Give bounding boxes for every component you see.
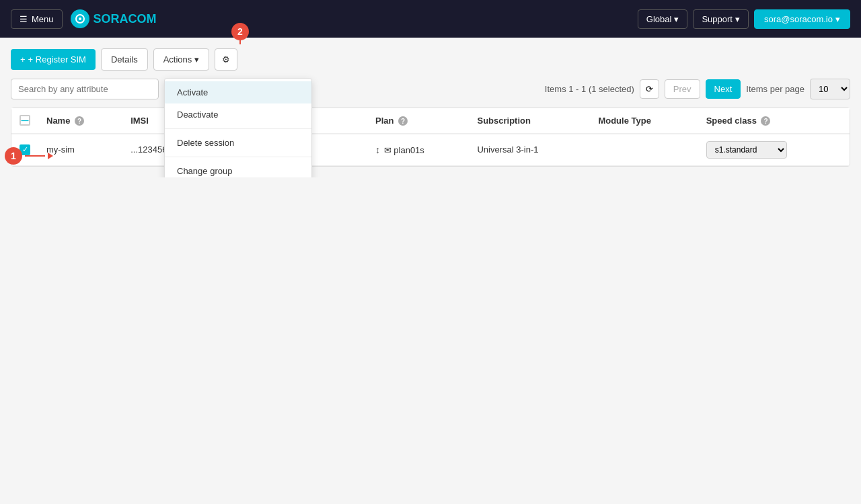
plan-arrows-icon: ↕ <box>375 144 380 155</box>
td-checkbox: ✓ 1 <box>11 134 38 166</box>
th-speed-class: Speed class ? <box>698 108 850 134</box>
actions-dropdown-icon: ▾ <box>194 54 199 65</box>
prev-label: Prev <box>673 84 691 94</box>
details-label: Details <box>111 54 138 65</box>
refresh-icon: ⟳ <box>646 84 653 94</box>
next-button[interactable]: Next <box>706 79 741 99</box>
menu-label: Menu <box>32 14 54 24</box>
actions-dropdown-menu: Activate Deactivate Delete session Chang… <box>164 78 312 177</box>
support-button[interactable]: Support ▾ <box>693 9 749 29</box>
speed-class-select[interactable]: s1.standard s1.minimum s1.slow s1.fast <box>706 141 787 159</box>
user-button[interactable]: sora@soracom.io ▾ <box>754 9 850 29</box>
menu-button[interactable]: ☰ Menu <box>11 9 63 29</box>
navbar-left: ☰ Menu SORACOM <box>11 9 157 29</box>
dropdown-item-activate[interactable]: Activate <box>165 81 311 103</box>
menu-icon: ☰ <box>20 14 28 24</box>
td-subscription: Universal 3-in-1 <box>469 134 590 166</box>
th-plan: Plan ? <box>367 108 469 134</box>
speed-class-help-icon: ? <box>761 116 770 126</box>
td-plan: ↕ ✉ plan01s <box>367 134 469 166</box>
th-name: Name ? <box>38 108 122 134</box>
logo-text: SORACOM <box>93 12 157 26</box>
td-speed-class: s1.standard s1.minimum s1.slow s1.fast 3 <box>698 134 850 166</box>
items-per-page-label: Items per page <box>746 84 804 94</box>
row-checkbox[interactable]: ✓ <box>20 144 30 155</box>
logo: SORACOM <box>71 9 157 28</box>
pagination-info: Items 1 - 1 (1 selected) ⟳ Prev Next Ite… <box>545 79 850 99</box>
sim-name: my-sim <box>46 144 75 155</box>
td-name: my-sim <box>38 134 122 166</box>
items-per-page-select[interactable]: 10 25 50 100 <box>810 79 850 99</box>
navbar: ☰ Menu SORACOM Global ▾ Support ▾ sora@s… <box>0 0 861 38</box>
sim-plan: plan01s <box>394 145 424 155</box>
global-button[interactable]: Global ▾ <box>638 9 688 29</box>
search-input[interactable] <box>11 79 159 99</box>
next-label: Next <box>714 84 733 94</box>
main-content: + + Register SIM Details Actions ▾ ⚙ 2 A… <box>0 38 861 177</box>
register-label: + Register SIM <box>28 54 86 65</box>
dropdown-item-deactivate[interactable]: Deactivate <box>165 103 311 126</box>
th-checkbox: — <box>11 108 38 134</box>
toolbar: + + Register SIM Details Actions ▾ ⚙ 2 A… <box>11 48 850 71</box>
th-module-type: Module Type <box>590 108 698 134</box>
gear-button[interactable]: ⚙ <box>215 48 237 71</box>
header-checkbox[interactable]: — <box>20 115 30 126</box>
td-module-type <box>590 134 698 166</box>
svg-point-1 <box>79 17 81 20</box>
items-info: Items 1 - 1 (1 selected) <box>545 84 634 94</box>
refresh-button[interactable]: ⟳ <box>640 79 659 99</box>
sim-subscription: Universal 3-in-1 <box>477 144 538 155</box>
support-dropdown-icon: ▾ <box>735 14 740 24</box>
sim-table: — Name ? IMSI Status ? ▣ Plan ? <box>11 108 850 167</box>
plan-help-icon: ? <box>398 116 408 126</box>
details-button[interactable]: Details <box>101 48 148 71</box>
prev-button[interactable]: Prev <box>665 79 700 99</box>
user-dropdown-icon: ▾ <box>835 14 840 24</box>
register-icon: + <box>20 54 26 65</box>
table: — Name ? IMSI Status ? ▣ Plan ? <box>11 108 850 166</box>
actions-label: Actions <box>163 54 192 65</box>
user-label: sora@soracom.io <box>764 14 833 24</box>
th-subscription: Subscription <box>469 108 590 134</box>
register-sim-button[interactable]: + + Register SIM <box>11 49 96 70</box>
dropdown-item-change-group[interactable]: Change group <box>165 160 311 177</box>
plan-mail-icon: ✉ <box>384 145 391 155</box>
global-dropdown-icon: ▾ <box>674 14 679 24</box>
name-help-icon: ? <box>75 116 84 126</box>
gear-icon: ⚙ <box>222 54 230 65</box>
table-row: ✓ 1 <box>11 134 850 166</box>
logo-icon <box>71 9 89 28</box>
dropdown-item-delete-session[interactable]: Delete session <box>165 132 311 154</box>
navbar-right: Global ▾ Support ▾ sora@soracom.io ▾ <box>638 9 850 29</box>
global-label: Global <box>646 14 672 24</box>
actions-button[interactable]: Actions ▾ <box>153 48 210 71</box>
search-row: Any 🔍 ▾ Items 1 - 1 (1 selected) ⟳ Prev … <box>11 79 850 99</box>
table-header-row: — Name ? IMSI Status ? ▣ Plan ? <box>11 108 850 134</box>
support-label: Support <box>702 14 733 24</box>
